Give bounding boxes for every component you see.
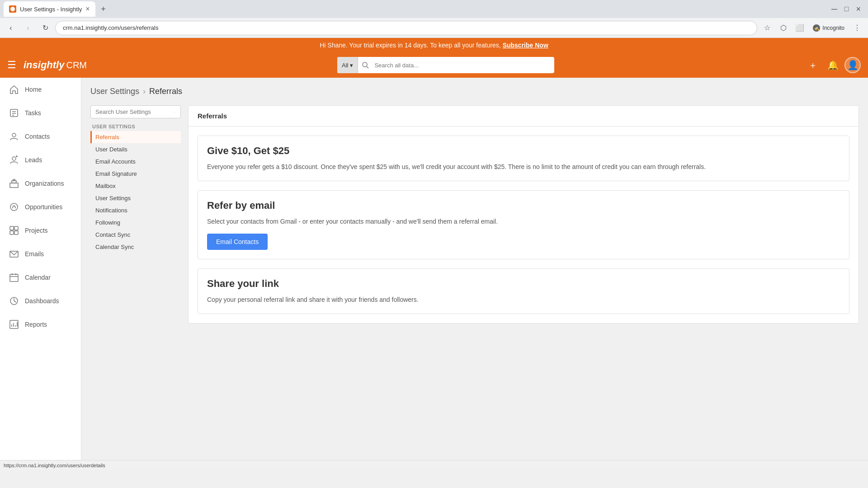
email-contacts-button[interactable]: Email Contacts <box>207 234 268 250</box>
settings-search-input[interactable] <box>95 108 171 115</box>
give-get-title: Give $10, Get $25 <box>207 145 840 157</box>
svg-rect-19 <box>10 231 14 235</box>
minimize-button[interactable]: ─ <box>831 5 837 14</box>
profile-button[interactable]: ⬜ <box>793 21 807 35</box>
tab-title: User Settings - Insightly <box>20 6 82 13</box>
settings-search-box[interactable] <box>90 105 181 118</box>
sidebar-item-contacts[interactable]: Contacts <box>0 125 81 148</box>
status-url: https://crm.na1.insightly.com/users/user… <box>4 463 105 468</box>
settings-nav-user-settings[interactable]: User Settings <box>90 192 181 204</box>
app-wrapper: Hi Shane. Your trial expires in 14 days.… <box>0 38 868 470</box>
sidebar-label-projects: Projects <box>25 227 48 234</box>
user-avatar[interactable]: 👤 <box>844 57 861 73</box>
search-icon <box>362 61 369 69</box>
calendar-icon <box>9 272 19 283</box>
sidebar-label-contacts: Contacts <box>25 133 50 140</box>
cast-button[interactable]: ⬡ <box>776 21 791 35</box>
reports-icon <box>9 319 19 330</box>
sidebar-item-calendar[interactable]: Calendar <box>0 266 81 289</box>
sidebar-item-dashboards[interactable]: Dashboards <box>0 289 81 313</box>
settings-nav-mailbox[interactable]: Mailbox <box>90 180 181 192</box>
address-bar[interactable]: crm.na1.insightly.com/users/referrals <box>55 21 757 35</box>
dropdown-chevron-icon: ▾ <box>350 62 353 69</box>
hamburger-menu[interactable]: ☰ <box>7 59 16 71</box>
settings-nav-user-details[interactable]: User Details <box>90 143 181 155</box>
content-panel-title: Referrals <box>189 106 859 127</box>
settings-nav-calendar-sync[interactable]: Calendar Sync <box>90 241 181 253</box>
reload-button[interactable]: ↻ <box>38 21 52 35</box>
new-tab-button[interactable]: + <box>97 3 110 15</box>
crm-label: CRM <box>66 60 87 70</box>
svg-rect-17 <box>10 226 14 230</box>
settings-nav-section-label: USER SETTINGS <box>90 124 181 129</box>
sidebar-label-dashboards: Dashboards <box>25 297 59 305</box>
active-tab[interactable]: User Settings - Insightly × <box>4 1 95 17</box>
close-button[interactable]: × <box>856 5 861 14</box>
give-get-card: Give $10, Get $25 Everyone you refer get… <box>198 136 849 181</box>
sidebar-item-reports[interactable]: Reports <box>0 313 81 336</box>
add-button[interactable]: ＋ <box>805 57 821 73</box>
incognito-indicator: 🕵 Incognito <box>809 22 848 34</box>
settings-nav-email-signature[interactable]: Email Signature <box>90 168 181 180</box>
sidebar-item-projects[interactable]: Projects <box>0 219 81 242</box>
sidebar-item-tasks[interactable]: Tasks <box>0 101 81 125</box>
sidebar-item-home[interactable]: Home <box>0 78 81 101</box>
sidebar-label-opportunities: Opportunities <box>25 203 62 211</box>
menu-button[interactable]: ⋮ <box>850 21 864 35</box>
tasks-icon <box>9 108 19 118</box>
search-box: All ▾ <box>337 57 554 73</box>
sidebar-label-tasks: Tasks <box>25 109 41 117</box>
settings-nav-following[interactable]: Following <box>90 216 181 229</box>
leads-icon <box>9 155 19 165</box>
svg-point-10 <box>12 157 16 160</box>
settings-search-icon <box>175 109 176 115</box>
home-icon <box>9 84 19 95</box>
breadcrumb-parent[interactable]: User Settings <box>90 87 139 96</box>
sidebar-item-opportunities[interactable]: Opportunities <box>0 195 81 219</box>
dashboards-icon <box>9 296 19 306</box>
tab-favicon <box>9 5 16 13</box>
sidebar-label-leads: Leads <box>25 156 42 164</box>
settings-nav-notifications[interactable]: Notifications <box>90 204 181 216</box>
svg-rect-13 <box>10 183 18 188</box>
breadcrumb-current: Referrals <box>149 87 182 96</box>
trial-banner: Hi Shane. Your trial expires in 14 days.… <box>0 38 868 52</box>
subscribe-link[interactable]: Subscribe Now <box>503 42 548 49</box>
window-controls: ─ □ × <box>831 5 864 14</box>
bookmark-button[interactable]: ☆ <box>760 21 774 35</box>
sidebar-label-organizations: Organizations <box>25 180 64 187</box>
share-link-card: Share your link Copy your personal refer… <box>198 268 849 314</box>
svg-rect-15 <box>13 179 15 181</box>
global-search-input[interactable] <box>369 62 554 69</box>
settings-layout: USER SETTINGS Referrals User Details Ema… <box>90 105 859 324</box>
sidebar-item-leads[interactable]: Leads <box>0 148 81 172</box>
search-filter-dropdown[interactable]: All ▾ <box>337 57 358 73</box>
sidebar-label-emails: Emails <box>25 250 44 258</box>
browser-chrome: User Settings - Insightly × + ─ □ × ‹ › … <box>0 0 868 38</box>
organizations-icon <box>9 178 19 189</box>
notifications-button[interactable]: 🔔 <box>825 57 841 73</box>
app-header: ☰ insightly CRM All ▾ ＋ 🔔 👤 <box>0 52 868 78</box>
sidebar-item-emails[interactable]: Emails <box>0 242 81 266</box>
contacts-icon <box>9 131 19 142</box>
settings-nav-referrals[interactable]: Referrals <box>90 131 181 143</box>
svg-rect-22 <box>10 274 18 282</box>
tab-close-button[interactable]: × <box>85 5 90 13</box>
breadcrumb: User Settings › Referrals <box>90 87 859 96</box>
share-link-text: Copy your personal referral link and sha… <box>207 295 840 305</box>
svg-point-3 <box>363 62 367 67</box>
app-body: Home Tasks Contacts Leads <box>0 78 868 460</box>
maximize-button[interactable]: □ <box>844 5 849 13</box>
header-actions: ＋ 🔔 👤 <box>805 57 861 73</box>
settings-nav-email-accounts[interactable]: Email Accounts <box>90 155 181 168</box>
give-get-text: Everyone you refer gets a $10 discount. … <box>207 162 840 172</box>
settings-nav-contact-sync[interactable]: Contact Sync <box>90 229 181 241</box>
logo-text: insightly <box>24 59 64 71</box>
svg-rect-20 <box>14 231 18 235</box>
sidebar-item-organizations[interactable]: Organizations <box>0 172 81 195</box>
back-button[interactable]: ‹ <box>4 21 18 35</box>
forward-button[interactable]: › <box>21 21 35 35</box>
trial-text: Hi Shane. Your trial expires in 14 days.… <box>320 42 501 49</box>
settings-sidebar: USER SETTINGS Referrals User Details Ema… <box>90 105 181 324</box>
main-content: User Settings › Referrals USER SETTINGS … <box>81 78 868 460</box>
